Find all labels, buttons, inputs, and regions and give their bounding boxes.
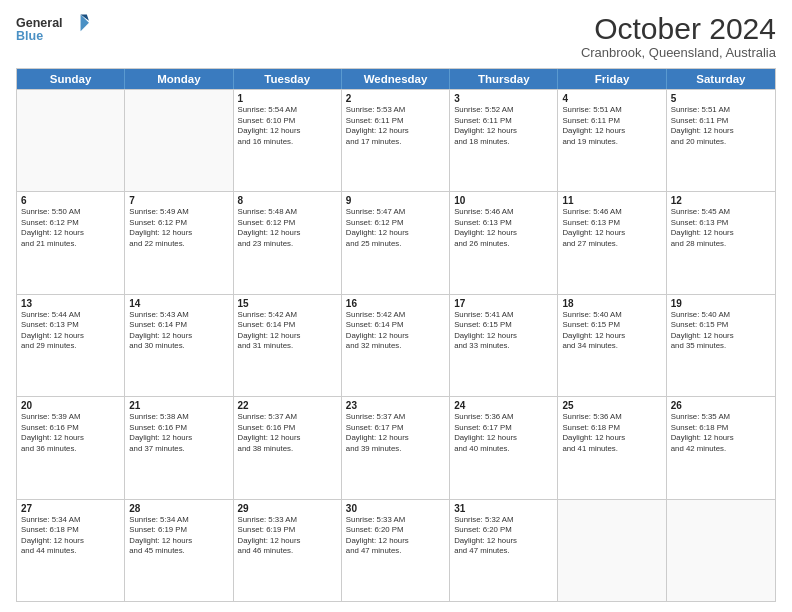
day-number: 23 <box>346 400 445 411</box>
calendar-day-cell: 13Sunrise: 5:44 AM Sunset: 6:13 PM Dayli… <box>17 295 125 396</box>
day-number: 18 <box>562 298 661 309</box>
calendar-day-cell: 4Sunrise: 5:51 AM Sunset: 6:11 PM Daylig… <box>558 90 666 191</box>
logo: General Blue <box>16 12 91 44</box>
calendar-day-cell: 17Sunrise: 5:41 AM Sunset: 6:15 PM Dayli… <box>450 295 558 396</box>
day-info: Sunrise: 5:53 AM Sunset: 6:11 PM Dayligh… <box>346 105 445 147</box>
calendar-day-cell: 3Sunrise: 5:52 AM Sunset: 6:11 PM Daylig… <box>450 90 558 191</box>
calendar: SundayMondayTuesdayWednesdayThursdayFrid… <box>16 68 776 602</box>
day-info: Sunrise: 5:40 AM Sunset: 6:15 PM Dayligh… <box>562 310 661 352</box>
day-number: 27 <box>21 503 120 514</box>
calendar-body: 1Sunrise: 5:54 AM Sunset: 6:10 PM Daylig… <box>17 89 775 601</box>
day-info: Sunrise: 5:33 AM Sunset: 6:20 PM Dayligh… <box>346 515 445 557</box>
day-number: 4 <box>562 93 661 104</box>
calendar-day-cell: 26Sunrise: 5:35 AM Sunset: 6:18 PM Dayli… <box>667 397 775 498</box>
day-number: 6 <box>21 195 120 206</box>
day-number: 31 <box>454 503 553 514</box>
day-number: 8 <box>238 195 337 206</box>
day-number: 5 <box>671 93 771 104</box>
day-info: Sunrise: 5:54 AM Sunset: 6:10 PM Dayligh… <box>238 105 337 147</box>
day-number: 12 <box>671 195 771 206</box>
day-info: Sunrise: 5:34 AM Sunset: 6:19 PM Dayligh… <box>129 515 228 557</box>
day-info: Sunrise: 5:43 AM Sunset: 6:14 PM Dayligh… <box>129 310 228 352</box>
calendar-day-cell: 2Sunrise: 5:53 AM Sunset: 6:11 PM Daylig… <box>342 90 450 191</box>
day-number: 16 <box>346 298 445 309</box>
day-info: Sunrise: 5:48 AM Sunset: 6:12 PM Dayligh… <box>238 207 337 249</box>
day-number: 25 <box>562 400 661 411</box>
day-info: Sunrise: 5:41 AM Sunset: 6:15 PM Dayligh… <box>454 310 553 352</box>
day-number: 10 <box>454 195 553 206</box>
calendar-day-cell: 9Sunrise: 5:47 AM Sunset: 6:12 PM Daylig… <box>342 192 450 293</box>
calendar-day-cell: 12Sunrise: 5:45 AM Sunset: 6:13 PM Dayli… <box>667 192 775 293</box>
calendar-header: SundayMondayTuesdayWednesdayThursdayFrid… <box>17 69 775 89</box>
calendar-header-cell: Monday <box>125 69 233 89</box>
calendar-week-row: 1Sunrise: 5:54 AM Sunset: 6:10 PM Daylig… <box>17 89 775 191</box>
calendar-day-cell: 7Sunrise: 5:49 AM Sunset: 6:12 PM Daylig… <box>125 192 233 293</box>
day-info: Sunrise: 5:37 AM Sunset: 6:16 PM Dayligh… <box>238 412 337 454</box>
calendar-day-cell: 23Sunrise: 5:37 AM Sunset: 6:17 PM Dayli… <box>342 397 450 498</box>
calendar-day-cell: 27Sunrise: 5:34 AM Sunset: 6:18 PM Dayli… <box>17 500 125 601</box>
calendar-day-cell: 15Sunrise: 5:42 AM Sunset: 6:14 PM Dayli… <box>234 295 342 396</box>
calendar-day-cell: 29Sunrise: 5:33 AM Sunset: 6:19 PM Dayli… <box>234 500 342 601</box>
header: General Blue October 2024 Cranbrook, Que… <box>16 12 776 60</box>
day-number: 1 <box>238 93 337 104</box>
day-number: 7 <box>129 195 228 206</box>
calendar-day-cell: 14Sunrise: 5:43 AM Sunset: 6:14 PM Dayli… <box>125 295 233 396</box>
calendar-day-cell: 1Sunrise: 5:54 AM Sunset: 6:10 PM Daylig… <box>234 90 342 191</box>
calendar-day-cell <box>17 90 125 191</box>
day-number: 28 <box>129 503 228 514</box>
calendar-header-cell: Wednesday <box>342 69 450 89</box>
day-info: Sunrise: 5:45 AM Sunset: 6:13 PM Dayligh… <box>671 207 771 249</box>
day-info: Sunrise: 5:34 AM Sunset: 6:18 PM Dayligh… <box>21 515 120 557</box>
calendar-header-cell: Friday <box>558 69 666 89</box>
day-info: Sunrise: 5:52 AM Sunset: 6:11 PM Dayligh… <box>454 105 553 147</box>
calendar-day-cell: 18Sunrise: 5:40 AM Sunset: 6:15 PM Dayli… <box>558 295 666 396</box>
day-number: 9 <box>346 195 445 206</box>
month-title: October 2024 <box>581 12 776 45</box>
calendar-day-cell: 10Sunrise: 5:46 AM Sunset: 6:13 PM Dayli… <box>450 192 558 293</box>
day-number: 22 <box>238 400 337 411</box>
day-number: 20 <box>21 400 120 411</box>
calendar-day-cell: 25Sunrise: 5:36 AM Sunset: 6:18 PM Dayli… <box>558 397 666 498</box>
calendar-day-cell <box>558 500 666 601</box>
day-info: Sunrise: 5:46 AM Sunset: 6:13 PM Dayligh… <box>454 207 553 249</box>
day-info: Sunrise: 5:51 AM Sunset: 6:11 PM Dayligh… <box>671 105 771 147</box>
title-block: October 2024 Cranbrook, Queensland, Aust… <box>581 12 776 60</box>
calendar-day-cell: 8Sunrise: 5:48 AM Sunset: 6:12 PM Daylig… <box>234 192 342 293</box>
day-info: Sunrise: 5:32 AM Sunset: 6:20 PM Dayligh… <box>454 515 553 557</box>
day-info: Sunrise: 5:46 AM Sunset: 6:13 PM Dayligh… <box>562 207 661 249</box>
calendar-week-row: 20Sunrise: 5:39 AM Sunset: 6:16 PM Dayli… <box>17 396 775 498</box>
day-info: Sunrise: 5:39 AM Sunset: 6:16 PM Dayligh… <box>21 412 120 454</box>
day-number: 24 <box>454 400 553 411</box>
day-number: 30 <box>346 503 445 514</box>
day-number: 2 <box>346 93 445 104</box>
calendar-header-cell: Thursday <box>450 69 558 89</box>
day-info: Sunrise: 5:47 AM Sunset: 6:12 PM Dayligh… <box>346 207 445 249</box>
day-number: 15 <box>238 298 337 309</box>
day-number: 17 <box>454 298 553 309</box>
calendar-day-cell: 11Sunrise: 5:46 AM Sunset: 6:13 PM Dayli… <box>558 192 666 293</box>
day-info: Sunrise: 5:44 AM Sunset: 6:13 PM Dayligh… <box>21 310 120 352</box>
day-info: Sunrise: 5:33 AM Sunset: 6:19 PM Dayligh… <box>238 515 337 557</box>
day-info: Sunrise: 5:35 AM Sunset: 6:18 PM Dayligh… <box>671 412 771 454</box>
calendar-week-row: 27Sunrise: 5:34 AM Sunset: 6:18 PM Dayli… <box>17 499 775 601</box>
subtitle: Cranbrook, Queensland, Australia <box>581 45 776 60</box>
calendar-week-row: 6Sunrise: 5:50 AM Sunset: 6:12 PM Daylig… <box>17 191 775 293</box>
day-number: 14 <box>129 298 228 309</box>
calendar-day-cell: 28Sunrise: 5:34 AM Sunset: 6:19 PM Dayli… <box>125 500 233 601</box>
calendar-header-cell: Tuesday <box>234 69 342 89</box>
day-number: 11 <box>562 195 661 206</box>
calendar-day-cell: 22Sunrise: 5:37 AM Sunset: 6:16 PM Dayli… <box>234 397 342 498</box>
calendar-day-cell: 20Sunrise: 5:39 AM Sunset: 6:16 PM Dayli… <box>17 397 125 498</box>
day-info: Sunrise: 5:50 AM Sunset: 6:12 PM Dayligh… <box>21 207 120 249</box>
page: General Blue October 2024 Cranbrook, Que… <box>0 0 792 612</box>
svg-text:Blue: Blue <box>16 29 43 43</box>
day-info: Sunrise: 5:36 AM Sunset: 6:18 PM Dayligh… <box>562 412 661 454</box>
day-number: 13 <box>21 298 120 309</box>
calendar-header-cell: Sunday <box>17 69 125 89</box>
day-number: 29 <box>238 503 337 514</box>
day-info: Sunrise: 5:40 AM Sunset: 6:15 PM Dayligh… <box>671 310 771 352</box>
day-info: Sunrise: 5:51 AM Sunset: 6:11 PM Dayligh… <box>562 105 661 147</box>
day-info: Sunrise: 5:38 AM Sunset: 6:16 PM Dayligh… <box>129 412 228 454</box>
calendar-day-cell: 30Sunrise: 5:33 AM Sunset: 6:20 PM Dayli… <box>342 500 450 601</box>
calendar-day-cell: 6Sunrise: 5:50 AM Sunset: 6:12 PM Daylig… <box>17 192 125 293</box>
